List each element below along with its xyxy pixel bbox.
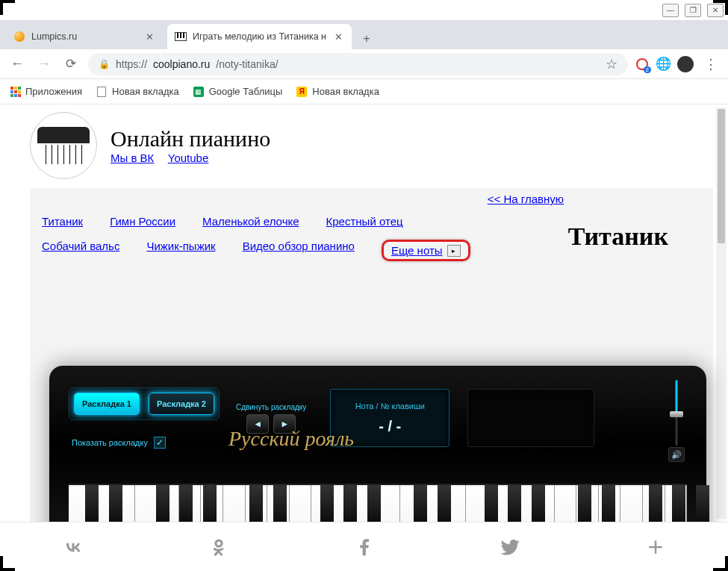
url-path: /noty-titanika/	[216, 58, 278, 70]
black-key[interactable]	[508, 485, 521, 522]
secondary-display	[467, 389, 594, 447]
show-layout-label: Показать раскладку	[72, 438, 148, 447]
dropdown-icon[interactable]: ▸	[447, 245, 461, 257]
new-tab-button[interactable]: +	[356, 28, 377, 49]
white-key[interactable]: -	[555, 485, 577, 522]
close-icon[interactable]: ✕	[332, 31, 344, 43]
song-link[interactable]: Собачий вальс	[42, 240, 119, 261]
white-key[interactable]	[223, 485, 246, 522]
piano-widget: Раскладка 1 Раскладка 2 Показать расклад…	[49, 366, 706, 522]
link-vk[interactable]: Мы в ВК	[111, 152, 154, 164]
link-youtube[interactable]: Youtube	[168, 152, 209, 164]
address-bar[interactable]: 🔒 https://coolpiano.ru/noty-titanika/ ☆	[88, 53, 628, 75]
bookmark-label: Google Таблицы	[209, 86, 283, 97]
black-key[interactable]	[109, 485, 122, 522]
more-notes-link[interactable]: Еще ноты	[391, 244, 443, 257]
shift-label: Сдвинуть раскладку	[236, 403, 306, 411]
site-logo[interactable]	[30, 112, 97, 179]
tab-strip: Lumpics.ru ✕ Играть мелодию из Титаника …	[0, 21, 728, 49]
black-key[interactable]	[578, 485, 591, 522]
song-link[interactable]: Титаник	[42, 215, 83, 228]
layout2-button[interactable]: Раскладка 2	[149, 393, 214, 415]
black-key[interactable]	[343, 485, 357, 522]
page-heading: Титаник	[568, 222, 668, 251]
bookmark-label: Новая вкладка	[112, 86, 179, 97]
song-link[interactable]: Крестный отец	[326, 215, 403, 228]
share-bar	[0, 522, 728, 571]
window-maximize[interactable]: ❐	[685, 4, 701, 17]
black-key[interactable]	[532, 485, 545, 522]
back-button[interactable]: ←	[7, 54, 27, 74]
forward-button[interactable]: →	[34, 54, 54, 74]
share-facebook-icon[interactable]	[351, 534, 378, 561]
white-key[interactable]	[620, 485, 643, 522]
profile-avatar[interactable]	[677, 56, 694, 72]
apps-button[interactable]: Приложения	[10, 86, 82, 97]
white-key[interactable]: 3	[378, 485, 400, 522]
bookmarks-bar: Приложения Новая вкладка ▦ Google Таблиц…	[0, 79, 728, 104]
extension-globe-icon[interactable]: 🌐	[656, 57, 670, 71]
window-minimize[interactable]: —	[662, 4, 679, 17]
document-icon	[96, 86, 108, 98]
apps-icon	[10, 87, 21, 97]
yandex-icon: Я	[296, 86, 308, 98]
close-icon[interactable]: ✕	[143, 31, 155, 43]
layout1-button[interactable]: Раскладка 1	[74, 393, 140, 415]
scroll-thumb[interactable]	[718, 109, 725, 243]
black-key[interactable]	[367, 485, 381, 522]
black-key[interactable]	[320, 485, 334, 522]
menu-button[interactable]: ⋮	[701, 54, 721, 74]
song-link[interactable]: Маленькой елочке	[202, 215, 299, 228]
black-key[interactable]	[85, 485, 99, 522]
crop-corner	[713, 0, 728, 15]
share-vk-icon[interactable]	[60, 534, 87, 561]
white-key[interactable]	[290, 485, 312, 522]
extension-opera-icon[interactable]: 2	[635, 57, 649, 71]
reload-button[interactable]: ⟳	[61, 54, 81, 74]
black-key[interactable]	[649, 485, 662, 522]
share-twitter-icon[interactable]	[497, 534, 523, 561]
black-key[interactable]	[156, 485, 169, 522]
lock-icon: 🔒	[99, 59, 110, 69]
share-ok-icon[interactable]	[205, 534, 232, 561]
black-key[interactable]	[485, 485, 498, 522]
black-key[interactable]	[203, 485, 217, 522]
favicon-piano	[175, 31, 187, 43]
bookmark-item[interactable]: Я Новая вкладка	[296, 86, 379, 98]
tab-lumpics[interactable]: Lumpics.ru ✕	[6, 24, 163, 49]
site-header: Онлайн пианино Мы в ВК Youtube	[30, 104, 314, 188]
note-display-label: Нота / № клавиши	[355, 402, 425, 411]
url-scheme: https://	[116, 58, 147, 70]
share-more-icon[interactable]	[642, 534, 669, 561]
crop-corner	[713, 556, 728, 571]
bookmark-item[interactable]: Новая вкладка	[96, 86, 179, 98]
song-link[interactable]: Гимн России	[110, 215, 175, 228]
white-key[interactable]	[135, 485, 158, 522]
volume-slider[interactable]: 🔊	[666, 377, 687, 459]
black-key[interactable]	[249, 485, 263, 522]
black-key[interactable]	[179, 485, 193, 522]
crop-corner	[0, 556, 15, 571]
home-link[interactable]: << На главную	[488, 193, 564, 205]
bookmark-item[interactable]: ▦ Google Таблицы	[193, 86, 283, 98]
crop-corner	[0, 0, 15, 15]
piano-keys[interactable]: 234567890-=	[69, 484, 687, 522]
black-key[interactable]	[672, 485, 685, 522]
bookmark-star-icon[interactable]: ☆	[606, 56, 617, 72]
black-key[interactable]	[273, 485, 287, 522]
site-title: Онлайн пианино	[111, 126, 270, 152]
black-key[interactable]	[438, 485, 451, 522]
volume-knob[interactable]	[670, 411, 683, 417]
black-key[interactable]	[602, 485, 615, 522]
tab-coolpiano[interactable]: Играть мелодию из Титаника н ✕	[167, 24, 352, 49]
black-key[interactable]	[696, 485, 709, 522]
black-key[interactable]	[414, 485, 427, 522]
show-layout-toggle[interactable]: Показать раскладку ✓	[72, 437, 220, 449]
note-display-value: - / -	[379, 418, 401, 435]
checkbox-icon[interactable]: ✓	[154, 437, 166, 449]
song-link[interactable]: Чижик-пыжик	[146, 240, 215, 261]
scrollbar[interactable]	[716, 107, 727, 519]
speaker-icon[interactable]: 🔊	[668, 447, 685, 462]
song-link[interactable]: Видео обзор пианино	[243, 240, 355, 261]
tab-title: Lumpics.ru	[31, 31, 77, 42]
